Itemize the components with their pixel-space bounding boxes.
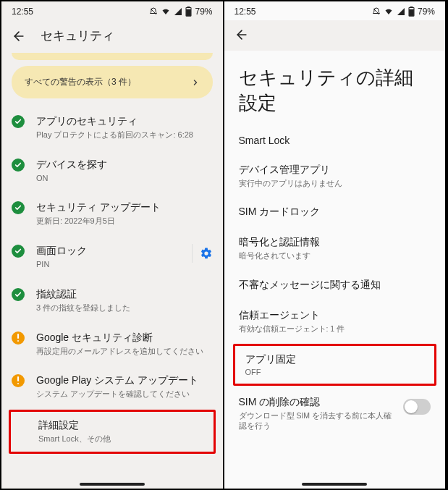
item-title: Google セキュリティ診断 <box>36 331 213 345</box>
item-sim-delete-confirm[interactable]: SIM の削除の確認 ダウンロード型 SIM を消去する前に本人確認を行う <box>227 387 443 439</box>
dnd-icon <box>149 7 158 16</box>
item-smart-lock[interactable]: Smart Lock <box>227 126 443 155</box>
item-suspicious-msg[interactable]: 不審なメッセージに関する通知 <box>227 270 443 300</box>
svg-rect-4 <box>17 340 19 342</box>
item-title: Google Play システム アップデート <box>36 373 213 387</box>
alert-label: すべての警告の表示（3 件） <box>25 76 136 88</box>
item-subtitle: 有効な信頼エージェント: 1 件 <box>239 324 431 334</box>
alert-card-peek <box>12 53 213 60</box>
screen-security: 12:55 79% セキュリティ すべての警告の表示（3 件） アプリのセキュリ… <box>1 1 224 489</box>
alert-card[interactable]: すべての警告の表示（3 件） <box>12 66 213 98</box>
item-trust-agent[interactable]: 信頼エージェント 有効な信頼エージェント: 1 件 <box>227 300 443 342</box>
dnd-icon <box>372 7 381 16</box>
item-screen-lock[interactable]: 画面ロック PIN <box>1 235 223 279</box>
item-subtitle: ダウンロード型 SIM を消去する前に本人確認を行う <box>239 410 397 431</box>
wifi-icon <box>384 7 394 16</box>
item-subtitle: 暗号化されています <box>239 250 431 261</box>
battery-icon <box>408 7 415 17</box>
svg-rect-6 <box>17 383 19 384</box>
chevron-right-icon <box>191 78 200 87</box>
appbar: セキュリティ <box>1 20 223 53</box>
item-title: 信頼エージェント <box>239 309 431 322</box>
item-subtitle: 更新日: 2022年9月5日 <box>36 216 213 227</box>
item-title: Smart Lock <box>239 135 431 146</box>
nav-handle[interactable] <box>302 483 367 486</box>
page-title: セキュリティの詳細設定 <box>224 51 446 126</box>
check-icon <box>12 288 25 301</box>
item-app-security[interactable]: アプリのセキュリティ Play プロテクトによる前回のスキャン: 6:28 <box>1 106 223 149</box>
item-subtitle: 再設定用のメールアドレスを追加してください <box>36 346 213 357</box>
item-subtitle: 実行中のアプリはありません <box>239 178 431 188</box>
back-icon[interactable] <box>12 29 26 43</box>
check-icon <box>12 159 25 172</box>
divider <box>192 244 193 263</box>
screen-advanced-security: 12:55 79% セキュリティの詳細設定 Smart Lock デバイス管理ア… <box>224 1 447 489</box>
wifi-icon <box>161 7 171 16</box>
toggle-off[interactable] <box>403 399 431 415</box>
item-title: デバイスを探す <box>36 158 213 172</box>
item-subtitle: システム アップデートを確認してください <box>36 389 213 400</box>
item-sim-lock[interactable]: SIM カードロック <box>227 197 443 227</box>
item-subtitle: Play プロテクトによる前回のスキャン: 6:28 <box>36 130 213 140</box>
security-list: アプリのセキュリティ Play プロテクトによる前回のスキャン: 6:28 デバ… <box>1 104 223 454</box>
item-app-pinning[interactable]: アプリ固定 OFF <box>233 344 437 386</box>
status-time: 12:55 <box>234 7 256 17</box>
item-security-update[interactable]: セキュリティ アップデート 更新日: 2022年9月5日 <box>1 192 223 235</box>
status-battery-pct: 79% <box>418 7 435 17</box>
svg-rect-5 <box>17 376 19 381</box>
item-title: 不審なメッセージに関する通知 <box>239 279 431 292</box>
item-subtitle: PIN <box>36 259 182 270</box>
item-title: アプリのセキュリティ <box>36 114 213 128</box>
item-subtitle: OFF <box>245 368 425 376</box>
statusbar: 12:55 79% <box>1 1 223 20</box>
back-icon[interactable] <box>234 28 249 42</box>
page-title: セキュリティ <box>41 28 114 44</box>
svg-rect-8 <box>410 7 413 7</box>
nav-handle[interactable] <box>80 483 145 486</box>
appbar <box>224 20 446 51</box>
item-title: デバイス管理アプリ <box>239 164 431 177</box>
item-title: アプリ固定 <box>245 353 425 366</box>
item-google-checkup[interactable]: Google セキュリティ診断 再設定用のメールアドレスを追加してください <box>1 322 223 366</box>
advanced-list: Smart Lock デバイス管理アプリ 実行中のアプリはありません SIM カ… <box>224 126 446 439</box>
warn-icon <box>12 374 25 387</box>
item-play-system-update[interactable]: Google Play システム アップデート システム アップデートを確認して… <box>1 365 223 408</box>
item-title: セキュリティ アップデート <box>36 200 213 214</box>
warn-icon <box>12 331 25 345</box>
item-device-admin[interactable]: デバイス管理アプリ 実行中のアプリはありません <box>227 155 443 197</box>
signal-icon <box>174 7 182 16</box>
check-icon <box>12 115 25 128</box>
svg-rect-9 <box>410 9 414 15</box>
statusbar: 12:55 79% <box>224 1 446 20</box>
item-title: SIM の削除の確認 <box>239 396 397 409</box>
item-title: SIM カードロック <box>239 206 431 219</box>
svg-rect-2 <box>187 9 191 15</box>
status-indicators: 79% <box>149 7 212 17</box>
item-title: 暗号化と認証情報 <box>239 236 431 249</box>
item-fingerprint[interactable]: 指紋認証 3 件の指紋を登録しました <box>1 279 223 322</box>
item-subtitle: ON <box>36 173 213 184</box>
item-encryption[interactable]: 暗号化と認証情報 暗号化されています <box>227 227 443 269</box>
item-advanced-settings[interactable]: 詳細設定 Smart Lock、その他 <box>9 410 216 454</box>
status-battery-pct: 79% <box>195 7 212 17</box>
status-time: 12:55 <box>12 7 33 17</box>
item-subtitle: Smart Lock、その他 <box>38 434 208 444</box>
gear-icon[interactable] <box>200 247 213 260</box>
svg-rect-1 <box>188 7 190 7</box>
check-icon <box>12 201 25 214</box>
svg-rect-3 <box>17 334 19 339</box>
signal-icon <box>397 7 405 16</box>
item-find-device[interactable]: デバイスを探す ON <box>1 149 223 193</box>
check-icon <box>12 245 25 258</box>
status-indicators: 79% <box>372 7 435 17</box>
item-title: 指紋認証 <box>36 287 213 301</box>
battery-icon <box>185 7 192 17</box>
item-title: 画面ロック <box>36 244 182 258</box>
item-title: 詳細設定 <box>38 419 208 432</box>
item-subtitle: 3 件の指紋を登録しました <box>36 303 213 313</box>
